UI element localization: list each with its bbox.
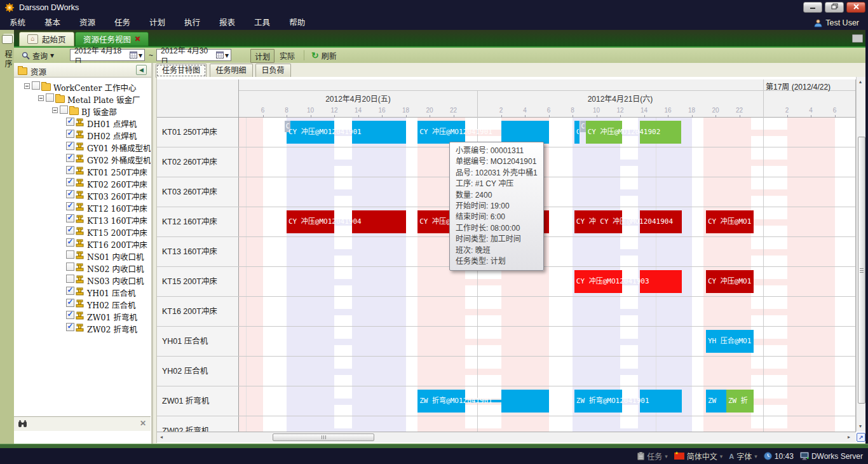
- tree-checkbox[interactable]: ✓: [66, 323, 74, 331]
- gantt-gridline: [246, 118, 247, 147]
- tree-item[interactable]: ✓GY01 外桶成型机: [14, 140, 151, 153]
- task-marker[interactable]: C: [580, 121, 585, 132]
- view-tab-任务明细[interactable]: 任务明细: [210, 64, 253, 77]
- restore-button[interactable]: [825, 2, 844, 13]
- tree-checkbox[interactable]: [60, 106, 68, 114]
- tree-checkbox[interactable]: ✓: [66, 190, 74, 198]
- tree-item[interactable]: ✓KT15 200T冲床: [14, 225, 151, 237]
- tree-checkbox[interactable]: ✓: [66, 202, 74, 210]
- status-font-menu[interactable]: A 字体 ▾: [729, 451, 757, 461]
- expand-box-icon[interactable]: [38, 95, 44, 101]
- tree-checkbox[interactable]: ✓: [66, 311, 74, 319]
- tree-item[interactable]: ✓YH02 压合机: [14, 297, 151, 310]
- tree-checkbox[interactable]: ✓: [66, 142, 74, 150]
- binoculars-icon[interactable]: [18, 420, 27, 428]
- tree-item[interactable]: ✓KT16 200T冲床: [14, 237, 151, 249]
- collapse-panel-button[interactable]: ◀: [136, 65, 147, 75]
- window-list-icon[interactable]: [852, 34, 863, 43]
- tree-item[interactable]: ✓KT02 260T冲床: [14, 177, 151, 189]
- tree-item[interactable]: ✓DH01 点焊机: [14, 116, 151, 128]
- tree-item[interactable]: ✓ZW01 折弯机: [14, 310, 151, 322]
- view-tab-日负荷[interactable]: 日负荷: [255, 64, 291, 77]
- tree-item[interactable]: NS02 内收口机: [14, 261, 151, 273]
- expand-box-icon[interactable]: [52, 107, 58, 113]
- user-box[interactable]: Test User: [814, 16, 859, 30]
- hour-tick-label: 10: [307, 107, 314, 114]
- tree-checkbox[interactable]: [66, 275, 74, 283]
- hour-tick-label: 16: [664, 107, 671, 114]
- side-strip-label[interactable]: 程序: [3, 50, 13, 69]
- tree-item[interactable]: ✓KT13 160T冲床: [14, 213, 151, 225]
- tree-item[interactable]: ✓KT01 250T冲床: [14, 165, 151, 177]
- tree-checkbox[interactable]: ✓: [66, 178, 74, 186]
- jump-to-task-button[interactable]: ↗: [857, 433, 865, 442]
- tree-item[interactable]: ✓DH02 点焊机: [14, 128, 151, 140]
- scroll-down-icon[interactable]: ▾: [859, 424, 862, 429]
- menu-item-资源[interactable]: 资源: [70, 16, 105, 30]
- menu-item-报表[interactable]: 报表: [210, 16, 245, 30]
- scroll-right-icon[interactable]: ▸: [848, 435, 850, 440]
- shift-work-stripe: [573, 416, 620, 432]
- tree-checkbox[interactable]: ✓: [66, 299, 74, 307]
- tooltip-line: 任务类型: 计划: [456, 256, 538, 267]
- tree-item[interactable]: ✓KT12 160T冲床: [14, 201, 151, 213]
- status-server[interactable]: DWorks Server: [800, 452, 863, 461]
- menu-item-计划[interactable]: 计划: [140, 16, 175, 30]
- resource-panel-header: 资源 ◀: [14, 63, 151, 78]
- tree-item[interactable]: Metal Plate 钣金厂: [14, 92, 151, 104]
- tree-item[interactable]: BJ 钣金部: [14, 104, 151, 116]
- gantt-row: ZW02 折弯机: [157, 416, 856, 432]
- menu-item-帮助[interactable]: 帮助: [280, 16, 315, 30]
- tree-checkbox[interactable]: [46, 93, 54, 102]
- expand-box-icon[interactable]: [24, 83, 30, 89]
- tree-item[interactable]: ✓KT03 260T冲床: [14, 189, 151, 201]
- tree-item[interactable]: NS01 内收口机: [14, 249, 151, 261]
- horizontal-scrollbar[interactable]: ◂ ▸: [157, 432, 856, 442]
- tree-checkbox[interactable]: ✓: [66, 130, 74, 138]
- shift-work-stripe: [287, 416, 334, 432]
- query-button[interactable]: 查询 ▾: [18, 49, 58, 62]
- menu-item-任务[interactable]: 任务: [105, 16, 140, 30]
- menu-item-执行[interactable]: 执行: [175, 16, 210, 30]
- status-task-menu[interactable]: 任务 ▾: [637, 451, 668, 461]
- tree-checkbox[interactable]: ✓: [66, 287, 74, 295]
- tree-checkbox[interactable]: ✓: [66, 118, 74, 126]
- status-language-menu[interactable]: 简体中文 ▾: [674, 451, 723, 461]
- tree-checkbox[interactable]: [66, 263, 74, 271]
- tree-item[interactable]: NS03 内收口机: [14, 273, 151, 285]
- tab-home-page[interactable]: ⌂ 起始页: [19, 32, 74, 46]
- vertical-scroll-thumb[interactable]: [858, 137, 865, 404]
- scroll-up-icon[interactable]: ▴: [859, 79, 862, 85]
- minimize-button[interactable]: [803, 2, 822, 13]
- plan-toggle-button[interactable]: 计划: [250, 49, 275, 63]
- tab-close-icon[interactable]: ✕: [135, 35, 140, 43]
- close-button[interactable]: [846, 2, 865, 13]
- vertical-scrollbar[interactable]: ▴ ▾: [856, 77, 866, 432]
- tree-item[interactable]: ✓ZW02 折弯机: [14, 322, 151, 334]
- clear-filter-icon[interactable]: ✕: [140, 419, 146, 428]
- gantt-row-label: KT13 160T冲床: [157, 237, 239, 266]
- date-from-field[interactable]: 2012年 4月18日 ▾: [70, 49, 145, 61]
- tree-item[interactable]: ✓GY02 外桶成型机: [14, 153, 151, 165]
- tree-item[interactable]: WorkCenter 工作中心: [14, 80, 151, 92]
- menu-item-基本[interactable]: 基本: [35, 16, 70, 30]
- tree-checkbox[interactable]: ✓: [66, 214, 74, 222]
- tree-item[interactable]: ✓YH01 压合机: [14, 285, 151, 297]
- hour-tick-label: 2: [785, 107, 789, 114]
- tree-checkbox[interactable]: [66, 250, 74, 259]
- panels-icon[interactable]: [2, 35, 13, 44]
- view-tab-任务甘特图[interactable]: 任务甘特图: [156, 64, 207, 78]
- refresh-button[interactable]: ↻ 刷新: [308, 49, 341, 62]
- menu-item-工具[interactable]: 工具: [245, 16, 280, 30]
- gantt-gridline: [246, 416, 247, 432]
- scroll-left-icon[interactable]: ◂: [160, 435, 163, 440]
- date-to-field[interactable]: 2012年 4月30日 ▾: [156, 49, 231, 61]
- tree-checkbox[interactable]: ✓: [66, 238, 74, 247]
- tree-checkbox[interactable]: ✓: [66, 154, 74, 162]
- tree-checkbox[interactable]: ✓: [66, 226, 74, 235]
- horizontal-scroll-thumb[interactable]: [273, 433, 374, 441]
- menu-item-系统[interactable]: 系统: [0, 16, 35, 30]
- actual-toggle-button[interactable]: 实际: [276, 49, 299, 62]
- tree-checkbox[interactable]: [32, 81, 40, 90]
- tree-checkbox[interactable]: ✓: [66, 166, 74, 174]
